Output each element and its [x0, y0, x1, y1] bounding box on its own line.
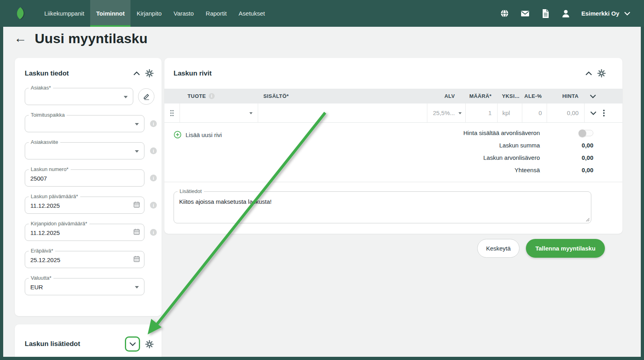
dropdown-caret-icon[interactable]: [249, 112, 253, 114]
due-date-field[interactable]: Eräpäivä* 25.12.2025: [25, 251, 144, 268]
save-invoice-button[interactable]: Tallenna myyntilasku: [526, 239, 605, 258]
summary-label: Yhteensä: [515, 167, 540, 173]
brand-logo[interactable]: [0, 0, 38, 27]
vat-included-toggle[interactable]: [579, 130, 593, 136]
document-icon[interactable]: [541, 9, 550, 18]
invoice-number-field[interactable]: Laskun numero* 25007: [25, 169, 144, 187]
invoice-date-field[interactable]: Laskun päivämäärä* 11.12.2025: [25, 197, 144, 214]
field-label: Asiakasviite: [29, 139, 60, 145]
row-vat-select[interactable]: 25,5%...: [427, 103, 465, 122]
add-row-button[interactable]: Lisää uusi rivi: [174, 131, 222, 139]
collapse-panel-button[interactable]: [133, 72, 140, 76]
nav-item-asetukset[interactable]: Asetukset: [233, 0, 271, 27]
field-label: Toimituspaikka: [29, 112, 67, 118]
vat-toggle-label: Hinta sisältää arvonlisäveron: [463, 129, 540, 136]
row-product-select[interactable]: [180, 103, 258, 122]
globe-icon[interactable]: [500, 9, 510, 18]
row-quantity-field[interactable]: 1: [465, 103, 497, 122]
calendar-icon[interactable]: [133, 201, 140, 210]
row-discount-field[interactable]: 0: [522, 103, 547, 122]
row-price-value: 0,00: [567, 109, 579, 116]
dropdown-caret-icon[interactable]: [135, 123, 139, 125]
info-icon[interactable]: i: [150, 202, 157, 209]
column-header-maara: MÄÄRÄ*: [465, 93, 497, 99]
field-label: Laskun numero*: [29, 166, 71, 172]
content-area: ← Uusi myyntilasku Laskun tiedot: [3, 27, 641, 357]
field-value: 25007: [30, 175, 47, 181]
info-icon[interactable]: i: [150, 229, 157, 236]
calendar-icon[interactable]: [133, 255, 140, 264]
drag-handle[interactable]: [164, 103, 180, 122]
panel-title: Laskun rivit: [174, 70, 585, 78]
gear-icon: [597, 69, 606, 78]
nav-item-raportit[interactable]: Raportit: [200, 0, 233, 27]
nav-item-kirjanpito[interactable]: Kirjanpito: [130, 0, 168, 27]
customer-select[interactable]: Asiakas*: [25, 88, 133, 105]
invoice-rows-header: Laskun rivit: [164, 58, 622, 78]
panel-settings-button[interactable]: [145, 340, 154, 348]
info-icon[interactable]: i: [209, 93, 215, 99]
invoice-details-panel: Laskun tiedot: [15, 58, 162, 316]
company-menu[interactable]: Esimerkki Oy: [581, 10, 630, 17]
invoice-extra-header: Laskun lisätiedot: [15, 324, 162, 352]
expand-panel-button[interactable]: [129, 342, 136, 346]
row-expand-chevron-icon[interactable]: [590, 111, 597, 115]
chevron-up-icon: [133, 72, 140, 76]
panel-settings-button[interactable]: [597, 69, 606, 78]
customer-reference-select[interactable]: Asiakasviite: [25, 142, 144, 159]
panel-settings-button[interactable]: [145, 69, 154, 78]
panel-title: Laskun lisätiedot: [25, 340, 125, 348]
mail-icon[interactable]: [520, 9, 530, 18]
page-header: ← Uusi myyntilasku: [14, 31, 148, 46]
column-header-ale: ALE-%: [522, 93, 547, 99]
drag-dots-icon: [170, 109, 174, 117]
notes-textarea[interactable]: Lisätiedot Kiitos ajoissa maksetusta las…: [174, 191, 591, 223]
invoice-details-header: Laskun tiedot: [15, 58, 162, 78]
summary-value: 0,00: [540, 167, 593, 173]
delivery-location-select[interactable]: Toimituspaikka: [25, 115, 144, 132]
field-value: 25.12.2025: [30, 256, 60, 263]
notes-label: Lisätiedot: [178, 188, 204, 194]
dropdown-caret-icon[interactable]: [135, 286, 139, 288]
row-discount-value: 0: [539, 109, 542, 116]
company-name: Esimerkki Oy: [581, 10, 619, 17]
column-header-sisalto: SISÄLTÖ*: [258, 93, 427, 99]
annotation-highlight-box: [125, 336, 140, 352]
page-title: Uusi myyntilasku: [35, 31, 148, 46]
collapse-panel-button[interactable]: [585, 72, 592, 76]
info-icon[interactable]: i: [150, 120, 157, 127]
dropdown-caret-icon[interactable]: [458, 112, 462, 114]
summary-label: Laskun summa: [499, 142, 540, 149]
dropdown-caret-icon[interactable]: [124, 96, 128, 98]
field-label: Eräpäivä*: [29, 248, 55, 254]
column-header-hinta: HINTA: [547, 93, 584, 99]
nav-item-toiminnot[interactable]: Toiminnot: [90, 0, 130, 27]
row-unit-value: kpl: [502, 109, 510, 116]
invoice-extra-panel: Laskun lisätiedot: [15, 324, 162, 357]
notes-value: Kiitos ajoissa maksetusta laskusta!: [179, 198, 272, 205]
row-content-field[interactable]: [258, 103, 427, 122]
column-header-tuote: TUOTE: [188, 93, 206, 99]
user-icon[interactable]: [561, 9, 571, 18]
edit-customer-button[interactable]: [138, 88, 154, 105]
nav-item-varasto[interactable]: Varasto: [168, 0, 200, 27]
accounting-date-field[interactable]: Kirjanpidon päivämäärä* 11.12.2025: [25, 224, 144, 241]
currency-select[interactable]: Valuutta* EUR: [25, 278, 144, 295]
chevron-down-icon[interactable]: [590, 94, 596, 98]
nav-item-liikekumppanit[interactable]: Liikekumppanit: [38, 0, 90, 27]
dropdown-caret-icon[interactable]: [135, 150, 139, 153]
gear-icon: [145, 69, 154, 78]
info-icon[interactable]: i: [150, 175, 157, 181]
field-label: Asiakas*: [29, 85, 53, 91]
pencil-icon: [142, 92, 150, 101]
row-price-field[interactable]: 0,00: [547, 103, 584, 122]
column-header-yksikko: YKSI...: [497, 93, 522, 99]
calendar-icon[interactable]: [133, 228, 140, 237]
field-value: 11.12.2025: [30, 229, 60, 236]
info-icon[interactable]: i: [150, 147, 157, 154]
cancel-button[interactable]: Keskeytä: [477, 239, 520, 258]
kebab-menu-icon[interactable]: [603, 109, 605, 117]
back-button[interactable]: ←: [14, 32, 27, 46]
row-unit-field[interactable]: kpl: [497, 103, 522, 122]
resize-grip-icon[interactable]: [586, 218, 590, 222]
